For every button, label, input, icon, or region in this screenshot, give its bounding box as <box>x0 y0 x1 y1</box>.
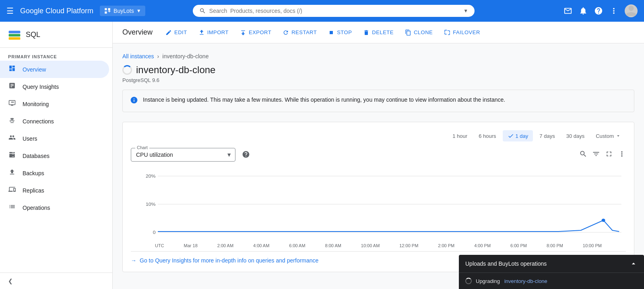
restart-button[interactable]: RESTART <box>278 27 322 38</box>
avatar[interactable] <box>625 4 638 17</box>
help-icon[interactable] <box>594 6 603 15</box>
restart-icon <box>283 29 289 36</box>
failover-label: FAILOVER <box>453 29 480 35</box>
x-label-4pm: 4:00 PM <box>474 243 491 248</box>
more-icon[interactable] <box>609 6 618 15</box>
bottom-panel-chevron <box>630 260 638 268</box>
sidebar-item-databases[interactable]: Databases <box>0 147 109 164</box>
project-icon <box>104 7 111 14</box>
bottom-panel-content: Upgrading inventory-db-clone <box>459 273 644 289</box>
operations-icon <box>8 203 16 212</box>
time-btn-custom[interactable]: Custom <box>591 131 626 141</box>
sidebar-item-operations[interactable]: Operations <box>0 199 109 216</box>
sidebar-label-users: Users <box>23 135 37 142</box>
breadcrumb-separator: › <box>157 53 159 59</box>
x-label-2am: 2:00 AM <box>217 243 233 248</box>
loading-spinner <box>122 65 132 75</box>
chart-dropdown-row: Chart CPU utilization ▼ <box>131 148 626 162</box>
chart-area: 20% 10% 0 UTC Mar 18 2:00 AM 4:00 AM <box>131 168 626 248</box>
x-label-6pm: 6:00 PM <box>510 243 527 248</box>
search-bar[interactable]: ▼ <box>193 5 475 17</box>
breadcrumb-parent[interactable]: All instances <box>122 53 154 59</box>
time-range-selector: 1 hour 6 hours 1 day 7 days 30 days Cust… <box>131 130 626 141</box>
failover-button[interactable]: FAILOVER <box>439 27 485 38</box>
breadcrumb-current: inventory-db-clone <box>162 53 208 59</box>
clone-button[interactable]: CLONE <box>400 27 438 38</box>
x-label-8am: 8:00 AM <box>325 243 341 248</box>
export-label: EXPORT <box>249 29 271 35</box>
sidebar-item-backups[interactable]: Backups <box>0 164 109 182</box>
main-content: Overview EDIT IMPORT EXPORT RESTART STOP <box>113 22 644 289</box>
export-button[interactable]: EXPORT <box>235 27 276 38</box>
notifications-icon[interactable] <box>579 6 588 15</box>
svg-point-9 <box>602 219 605 222</box>
sidebar-label-connections: Connections <box>23 118 54 125</box>
stop-label: STOP <box>337 29 352 35</box>
breadcrumb: All instances › inventory-db-clone <box>122 53 634 59</box>
chart-select-arrow: ▼ <box>226 152 232 158</box>
x-label-8pm: 8:00 PM <box>547 243 563 248</box>
stop-icon <box>328 29 334 36</box>
sidebar-label-databases: Databases <box>23 153 50 159</box>
import-icon <box>198 29 205 36</box>
overview-icon <box>8 65 16 74</box>
users-icon <box>8 134 16 143</box>
search-expand-icon: ▼ <box>463 8 468 14</box>
chart-help-icon[interactable] <box>242 150 250 160</box>
time-btn-7days[interactable]: 7 days <box>535 131 559 141</box>
stop-button[interactable]: STOP <box>323 27 357 38</box>
instance-header: inventory-db-clone <box>122 64 634 76</box>
svg-text:10%: 10% <box>146 202 156 207</box>
monitoring-icon <box>8 99 16 109</box>
sidebar-label-monitoring: Monitoring <box>23 101 49 107</box>
chart-type-select[interactable]: Chart CPU utilization ▼ <box>131 148 235 162</box>
svg-rect-0 <box>9 31 21 33</box>
sidebar-item-query-insights[interactable]: Query Insights <box>0 78 109 95</box>
hamburger-icon[interactable]: ☰ <box>6 6 14 16</box>
export-icon <box>240 29 246 36</box>
x-label-6am: 6:00 AM <box>289 243 305 248</box>
sidebar-item-overview[interactable]: Overview <box>0 61 109 78</box>
search-input[interactable] <box>209 8 460 14</box>
project-selector[interactable]: BuyLots ▼ <box>100 6 145 16</box>
layout: SQL PRIMARY INSTANCE Overview Query Insi… <box>0 22 644 289</box>
databases-icon <box>8 151 16 160</box>
time-btn-1day[interactable]: 1 day <box>503 130 533 141</box>
chart-card: 1 hour 6 hours 1 day 7 days 30 days Cust… <box>122 122 634 272</box>
backups-icon <box>8 168 16 178</box>
delete-label: DELETE <box>372 29 394 35</box>
chart-filter-icon[interactable] <box>592 150 600 160</box>
time-btn-6hours[interactable]: 6 hours <box>474 131 501 141</box>
info-banner-text: Instance is being updated. This may take… <box>143 96 505 104</box>
chart-more-icon[interactable] <box>618 150 626 160</box>
sidebar-label-query-insights: Query Insights <box>23 84 59 90</box>
delete-button[interactable]: DELETE <box>358 27 398 38</box>
checkmark-icon <box>508 133 514 139</box>
sidebar-item-replicas[interactable]: Replicas <box>0 182 109 199</box>
collapse-icon: ❮ <box>8 278 13 284</box>
connections-icon <box>8 117 16 126</box>
bottom-panel-header[interactable]: Uploads and BuyLots operations <box>459 255 644 273</box>
time-btn-1hour[interactable]: 1 hour <box>448 131 472 141</box>
edit-label: EDIT <box>174 29 187 35</box>
info-icon <box>130 96 138 106</box>
upgrading-link[interactable]: inventory-db-clone <box>504 278 547 284</box>
sidebar-collapse-btn[interactable]: ❮ <box>0 273 112 289</box>
restart-label: RESTART <box>291 29 317 35</box>
x-label-2pm: 2:00 PM <box>438 243 454 248</box>
import-button[interactable]: IMPORT <box>194 27 233 38</box>
project-name: BuyLots <box>114 8 134 14</box>
edit-icon <box>165 29 172 36</box>
instance-title: inventory-db-clone <box>136 64 215 76</box>
chart-zoom-icon[interactable] <box>579 150 587 160</box>
sidebar-item-monitoring[interactable]: Monitoring <box>0 95 109 113</box>
x-label-10am: 10:00 AM <box>361 243 380 248</box>
arrow-right-icon: → <box>131 257 136 264</box>
support-icon[interactable] <box>564 6 572 15</box>
chart-fullscreen-icon[interactable] <box>605 150 613 160</box>
sidebar-item-connections[interactable]: Connections <box>0 113 109 130</box>
time-btn-30days[interactable]: 30 days <box>561 131 590 141</box>
edit-button[interactable]: EDIT <box>161 27 192 38</box>
sidebar-item-users[interactable]: Users <box>0 130 109 147</box>
chart-select-value: CPU utilization <box>136 152 173 158</box>
